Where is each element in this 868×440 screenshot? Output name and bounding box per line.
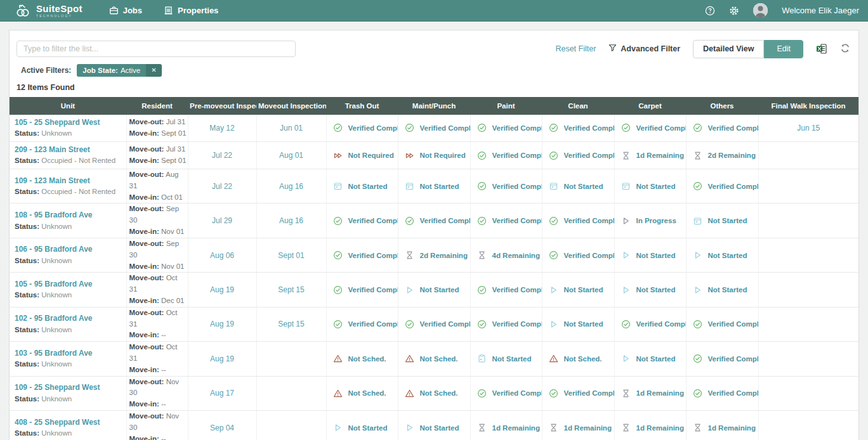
not-started-status[interactable]: Not Started <box>398 423 470 432</box>
verified-complete-status[interactable]: Verified Complete <box>687 354 758 363</box>
verified-complete-status[interactable]: Verified Complete <box>542 250 614 260</box>
advanced-filter-button[interactable]: Advanced Filter <box>608 44 680 54</box>
pre-moveout-inspection-date[interactable]: Aug 06 <box>188 238 256 272</box>
not-started-status[interactable]: Not Started <box>542 320 614 329</box>
verified-complete-status[interactable]: Verified Complete <box>542 151 614 160</box>
verified-complete-status[interactable]: Verified Complete <box>542 123 614 133</box>
1d-remaining-status[interactable]: 1d Remaining <box>542 423 614 432</box>
not-sched-status[interactable]: Not Sched. <box>327 389 398 398</box>
unit-link[interactable]: 103 - 95 Bradford Ave <box>15 347 93 359</box>
2d-remaining-status[interactable]: 2d Remaining <box>687 151 758 160</box>
pre-moveout-inspection-date[interactable]: Jul 22 <box>188 142 256 169</box>
1d-remaining-status[interactable]: 1d Remaining <box>471 423 542 432</box>
not-started-status[interactable]: Not Started <box>615 181 686 191</box>
in-progress-status[interactable]: In Progress <box>615 216 686 226</box>
verified-complete-status[interactable]: Verified Complete <box>398 320 470 329</box>
verified-complete-status[interactable]: Verified Complete <box>327 123 398 133</box>
verified-complete-status[interactable]: Verified Complete <box>471 285 542 295</box>
not-sched-status[interactable]: Not Sched. <box>327 354 398 363</box>
verified-complete-status[interactable]: Verified Complete <box>542 216 614 226</box>
not-started-status[interactable]: Not Started <box>398 285 470 295</box>
edit-button[interactable]: Edit <box>764 40 803 58</box>
verified-complete-status[interactable]: Verified Complete <box>615 320 686 329</box>
column-header-pre-moveout-inspection[interactable]: Pre-moveout Inspection <box>188 97 256 115</box>
pre-moveout-inspection-date[interactable]: Aug 19 <box>188 342 256 376</box>
1d-remaining-status[interactable]: 1d Remaining <box>615 151 686 160</box>
unit-link[interactable]: 109 - 123 Main Street <box>15 175 90 187</box>
not-started-status[interactable]: Not Started <box>687 285 758 295</box>
unit-link[interactable]: 209 - 123 Main Street <box>15 144 90 156</box>
pre-moveout-inspection-date[interactable]: Sep 04 <box>188 411 256 440</box>
not-started-status[interactable]: Not Started <box>687 216 758 226</box>
unit-link[interactable]: 109 - 25 Sheppard West <box>15 382 100 394</box>
detailed-view-button[interactable]: Detailed View <box>693 40 764 58</box>
verified-complete-status[interactable]: Verified Complete <box>471 320 542 329</box>
column-header-maint-punch[interactable]: Maint/Punch <box>398 97 470 115</box>
moveout-inspection-date[interactable]: Aug 16 <box>256 169 326 204</box>
moveout-inspection-date[interactable]: Aug 16 <box>256 204 326 238</box>
export-excel-icon[interactable] <box>816 43 827 55</box>
nav-properties[interactable]: Properties <box>164 6 218 15</box>
verified-complete-status[interactable]: Verified Complete <box>687 320 758 329</box>
pre-moveout-inspection-date[interactable]: Jul 22 <box>188 169 256 204</box>
column-header-clean[interactable]: Clean <box>542 97 614 115</box>
not-required-status[interactable]: Not Required <box>327 151 398 160</box>
not-required-status[interactable]: Not Required <box>398 151 470 160</box>
reset-filter-link[interactable]: Reset Filter <box>555 44 596 53</box>
user-avatar[interactable] <box>753 3 768 18</box>
not-started-status[interactable]: Not Started <box>542 285 614 295</box>
unit-link[interactable]: 108 - 95 Bradford Ave <box>15 209 93 221</box>
gear-icon[interactable] <box>729 6 739 16</box>
verified-complete-status[interactable]: Verified Complete <box>398 216 470 226</box>
column-header-final-walk-inspection[interactable]: Final Walk Inspection <box>758 97 858 115</box>
refresh-icon[interactable] <box>840 43 852 55</box>
column-header-moveout-inspection[interactable]: Moveout Inspection <box>256 97 326 115</box>
verified-complete-status[interactable]: Verified Complete <box>327 216 398 226</box>
column-header-resident[interactable]: Resident <box>126 97 188 115</box>
not-sched-status[interactable]: Not Sched. <box>542 354 614 363</box>
unit-link[interactable]: 105 - 25 Sheppard West <box>15 117 100 129</box>
not-started-status[interactable]: Not Started <box>615 354 686 363</box>
moveout-inspection-date[interactable]: Sept 01 <box>256 238 326 272</box>
final-walk-inspection-date[interactable]: Jun 15 <box>758 115 858 142</box>
verified-complete-status[interactable]: Verified Complete <box>687 123 758 133</box>
unit-link[interactable]: 106 - 95 Bradford Ave <box>15 243 93 256</box>
verified-complete-status[interactable]: Verified Complete <box>327 320 398 329</box>
verified-complete-status[interactable]: Verified Complete <box>471 389 542 398</box>
verified-complete-status[interactable]: Verified Complete <box>687 181 758 191</box>
column-header-paint[interactable]: Paint <box>470 97 542 115</box>
suitespot-logo[interactable]: SuiteSpot TECHNOLOGY <box>14 2 82 20</box>
pre-moveout-inspection-date[interactable]: Aug 19 <box>188 273 256 307</box>
verified-complete-status[interactable]: Verified Complete <box>471 151 542 160</box>
verified-complete-status[interactable]: Verified Complete <box>687 389 758 398</box>
help-icon[interactable] <box>705 6 715 16</box>
1d-remaining-status[interactable]: 1d Remaining <box>615 389 686 398</box>
not-started-status[interactable]: Not Started <box>615 285 686 295</box>
column-header-unit[interactable]: Unit <box>10 97 126 115</box>
moveout-inspection-date[interactable]: Jun 01 <box>256 115 326 142</box>
pre-moveout-inspection-date[interactable]: Aug 19 <box>188 307 256 341</box>
unit-link[interactable]: 408 - 25 Sheppard West <box>15 417 100 429</box>
pre-moveout-inspection-date[interactable]: May 12 <box>188 115 256 142</box>
2d-remaining-status[interactable]: 2d Remaining <box>398 250 470 260</box>
verified-complete-status[interactable]: Verified Complete <box>398 123 470 133</box>
moveout-inspection-date[interactable]: Sept 15 <box>256 307 326 341</box>
1d-remaining-status[interactable]: 1d Remaining <box>615 423 686 432</box>
unit-link[interactable]: 105 - 95 Bradford Ave <box>15 278 93 290</box>
not-started-status[interactable]: Not Started <box>471 354 542 363</box>
not-started-status[interactable]: Not Started <box>687 250 758 260</box>
verified-complete-status[interactable]: Verified Complete <box>327 285 398 295</box>
pre-moveout-inspection-date[interactable]: Jul 29 <box>188 204 256 238</box>
not-started-status[interactable]: Not Started <box>542 181 614 191</box>
welcome-text[interactable]: Welcome Elik Jaeger <box>782 6 859 15</box>
pre-moveout-inspection-date[interactable]: Aug 17 <box>188 376 256 410</box>
4d-remaining-status[interactable]: 4d Remaining <box>471 250 542 260</box>
column-header-carpet[interactable]: Carpet <box>614 97 686 115</box>
1d-remaining-status[interactable]: 1d Remaining <box>687 423 758 432</box>
verified-complete-status[interactable]: Verified Complete <box>327 250 398 260</box>
column-header-others[interactable]: Others <box>686 97 758 115</box>
not-started-status[interactable]: Not Started <box>327 423 398 432</box>
verified-complete-status[interactable]: Verified Complete <box>471 123 542 133</box>
not-started-status[interactable]: Not Started <box>398 181 470 191</box>
nav-jobs[interactable]: Jobs <box>109 6 142 15</box>
